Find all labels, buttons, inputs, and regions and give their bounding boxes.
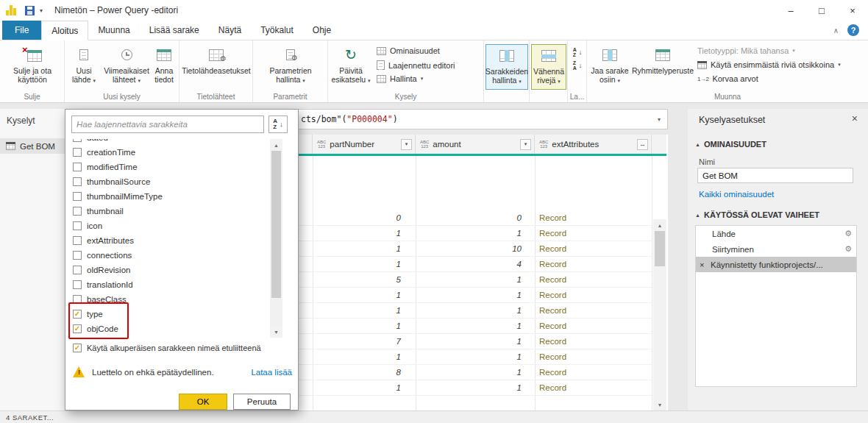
sort-ascending-button[interactable]: AZ ↓ bbox=[569, 46, 586, 58]
group-by-icon bbox=[655, 49, 670, 61]
advanced-editor-button[interactable]: Laajennettu editori bbox=[377, 60, 455, 70]
dropdown-icon: ▾ bbox=[138, 78, 140, 83]
filter-dropdown-icon[interactable]: ▾ bbox=[520, 139, 531, 150]
reduce-rows-button[interactable]: Vähennä rivejä ▾ bbox=[531, 44, 566, 90]
scrollbar-thumb[interactable] bbox=[655, 231, 665, 266]
step-lahde[interactable]: Lähde ⚙ bbox=[696, 226, 856, 241]
all-properties-link[interactable]: Kaikki ominaisuudet bbox=[699, 190, 774, 199]
column-checkbox-item[interactable]: thumbnailMimeType bbox=[71, 189, 266, 204]
manage-columns-button[interactable]: Sarakkeiden hallinta ▾ bbox=[485, 44, 528, 90]
record-link[interactable]: Record bbox=[539, 288, 642, 303]
datasource-settings-button[interactable]: ⚙ Tietolähdeasetukset bbox=[184, 44, 249, 75]
properties-button[interactable]: Ominaisuudet bbox=[377, 46, 440, 55]
tab-lisaa-sarake[interactable]: Lisää sarake bbox=[140, 21, 209, 40]
gear-icon[interactable]: ⚙ bbox=[844, 244, 852, 254]
column-checkbox-item[interactable]: creationTime bbox=[71, 145, 266, 160]
reduce-rows-icon bbox=[541, 50, 556, 62]
maximize-button[interactable]: □ bbox=[806, 0, 837, 21]
dialog-scrollbar[interactable]: ▲ ▼ bbox=[270, 139, 282, 338]
column-checkbox-item[interactable]: connections bbox=[71, 248, 266, 263]
enter-data-button[interactable]: Anna tiedot bbox=[150, 44, 178, 85]
table-vertical-scrollbar[interactable]: ▲ ▼ bbox=[653, 219, 666, 410]
manage-button[interactable]: Hallinta ▾ bbox=[377, 74, 423, 83]
record-link[interactable]: Record bbox=[539, 226, 642, 241]
scroll-up-icon[interactable]: ▲ bbox=[270, 139, 282, 151]
manage-parameters-button[interactable]: ⚙ Parametrien hallinta ▾ bbox=[257, 44, 324, 85]
applied-steps-section-header[interactable]: ▲ KÄYTÖSSÄ OLEVAT VAIHEET bbox=[695, 210, 819, 219]
column-checkbox-item[interactable]: thumbnail bbox=[71, 204, 266, 218]
search-input[interactable] bbox=[71, 115, 264, 133]
scrollbar-thumb[interactable] bbox=[271, 151, 281, 298]
scroll-down-icon[interactable]: ▼ bbox=[270, 326, 282, 338]
record-link[interactable]: Record bbox=[539, 365, 642, 380]
filter-dropdown-icon[interactable]: ▾ bbox=[401, 139, 412, 150]
settings-close-icon[interactable]: × bbox=[852, 113, 858, 124]
column-checkbox-item[interactable]: dated bbox=[71, 139, 266, 145]
record-link[interactable]: Record bbox=[539, 334, 642, 349]
tab-muunna[interactable]: Muunna bbox=[88, 21, 139, 40]
split-column-button[interactable]: Jaa sarake osiin ▾ bbox=[588, 44, 631, 85]
record-link[interactable]: Record bbox=[539, 380, 642, 396]
cancel-button[interactable]: Peruuta bbox=[233, 394, 291, 410]
column-checkbox-item[interactable]: thumbnailSource bbox=[71, 174, 266, 189]
column-header-amount[interactable]: ABC123 amount ▾ bbox=[416, 135, 535, 154]
column-checkbox-item[interactable]: oldRevision bbox=[71, 263, 266, 277]
scroll-up-icon[interactable]: ▲ bbox=[653, 219, 666, 231]
column-checkbox-item[interactable]: translationId bbox=[71, 277, 266, 292]
refresh-preview-button[interactable]: ↻ Päivitä esikatselu ▾ bbox=[330, 44, 372, 85]
dropdown-icon: ▾ bbox=[519, 79, 522, 84]
sort-za-icon: ZA bbox=[573, 60, 578, 71]
window-controls: – □ × bbox=[775, 0, 868, 21]
expand-column-icon[interactable]: ↔ bbox=[637, 139, 648, 150]
step-invoked-function[interactable]: × Käynnistetty funktioprojects/... bbox=[696, 257, 856, 272]
tab-ohje[interactable]: Ohje bbox=[303, 21, 341, 40]
tab-aloitus[interactable]: Aloitus bbox=[41, 21, 88, 40]
close-and-apply-button[interactable]: × Sulje ja ota käyttöön bbox=[3, 44, 62, 85]
tab-tyokalut[interactable]: Työkalut bbox=[251, 21, 303, 40]
record-link[interactable]: Record bbox=[539, 210, 642, 226]
group-by-button[interactable]: Ryhmittelyperuste bbox=[633, 44, 693, 75]
record-link[interactable]: Record bbox=[539, 272, 642, 288]
data-type-button[interactable]: Tietotyyppi: Mikä tahansa ▾ bbox=[697, 46, 795, 55]
applied-steps-list: Lähde ⚙ Siirtyminen ⚙ × Käynnistetty fun… bbox=[695, 225, 857, 387]
column-header-extattributes[interactable]: ABC123 extAttributes ↔ bbox=[535, 135, 652, 154]
formula-expand-icon[interactable]: ▾ bbox=[651, 116, 667, 123]
save-icon[interactable] bbox=[25, 6, 35, 15]
column-checkbox-item[interactable]: icon bbox=[71, 218, 266, 233]
record-link[interactable]: Record bbox=[539, 303, 642, 319]
record-link[interactable]: Record bbox=[539, 241, 642, 257]
load-more-link[interactable]: Lataa lisää bbox=[251, 368, 292, 377]
minimize-button[interactable]: – bbox=[775, 0, 806, 21]
scroll-down-icon[interactable]: ▼ bbox=[653, 399, 666, 410]
new-source-button[interactable]: Uusi lähde ▾ bbox=[66, 44, 102, 85]
ok-button[interactable]: OK bbox=[179, 394, 227, 410]
ribbon-tab-row: File Aloitus Muunna Lisää sarake Näytä T… bbox=[0, 21, 868, 40]
tab-file[interactable]: File bbox=[2, 21, 41, 40]
column-checkbox-item[interactable]: extAttributes bbox=[71, 233, 266, 248]
close-button[interactable]: × bbox=[837, 0, 868, 21]
ribbon-group-transform: Jaa sarake osiin ▾ Ryhmittelyperuste Tie… bbox=[587, 40, 868, 102]
replace-values-button[interactable]: 1→2 Korvaa arvot bbox=[697, 74, 758, 83]
quick-access-caret-icon[interactable]: ▾ bbox=[40, 7, 43, 14]
record-link[interactable]: Record bbox=[539, 319, 642, 334]
use-first-row-button[interactable]: Käytä ensimmäistä riviä otsikkoina ▾ bbox=[697, 60, 841, 69]
dialog-sort-button[interactable]: AZ ↓ bbox=[268, 115, 288, 133]
gear-icon[interactable]: ⚙ bbox=[844, 229, 852, 238]
query-table-icon bbox=[6, 142, 15, 150]
status-bar: 4 SARAKET... bbox=[0, 410, 868, 423]
step-siirtyminen[interactable]: Siirtyminen ⚙ bbox=[696, 241, 856, 257]
sort-az-icon: AZ bbox=[273, 118, 279, 130]
tab-nayta[interactable]: Näytä bbox=[209, 21, 251, 40]
record-link[interactable]: Record bbox=[539, 257, 642, 272]
record-link[interactable]: Record bbox=[539, 349, 642, 365]
column-checkbox-item[interactable]: modifiedTime bbox=[71, 160, 266, 174]
sort-descending-button[interactable]: ZA ↓ bbox=[569, 60, 586, 71]
recent-sources-button[interactable]: Viimeaikaiset lähteet ▾ bbox=[103, 44, 150, 85]
delete-step-icon[interactable]: × bbox=[700, 260, 711, 269]
column-header-partnumber[interactable]: ABC123 partNumber ▾ bbox=[313, 135, 416, 154]
properties-section-header[interactable]: ▲ OMINAISUUDET bbox=[695, 140, 766, 149]
help-icon[interactable]: ? bbox=[847, 24, 859, 36]
collapse-ribbon-icon[interactable]: ∧ bbox=[833, 26, 839, 35]
use-prefix-checkbox[interactable]: ✓ Käytä alkuperäisen sarakkeen nimeä etu… bbox=[73, 344, 261, 352]
query-name-input[interactable] bbox=[697, 168, 853, 183]
